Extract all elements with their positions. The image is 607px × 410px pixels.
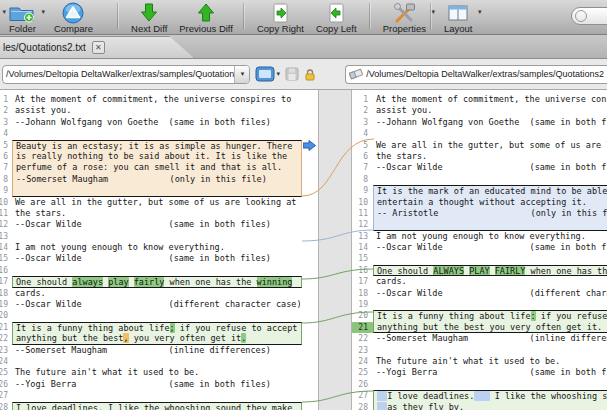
line-number: 28: [0, 402, 12, 410]
pane-bodies: 1At the moment of commitment, the univer…: [0, 89, 607, 410]
compare-icon: [62, 2, 84, 23]
compare-button[interactable]: Compare: [49, 0, 98, 34]
copy-change-right-button[interactable]: [303, 140, 316, 151]
code-line: 21It is a funny thing about life; if you…: [0, 322, 318, 333]
code-line: 20: [0, 310, 318, 321]
code-line: 22anything but the best, you very often …: [0, 333, 318, 344]
tab-bar: les/Quotations2.txt ✕: [0, 35, 607, 59]
code-line: 14--Oscar Wilde (same in both files): [352, 242, 607, 253]
code-line: 1At the moment of commitment, the univer…: [352, 94, 607, 105]
next-diff-button[interactable]: Next Diff: [126, 0, 172, 34]
layout-button[interactable]: ▾Layout: [439, 0, 478, 34]
diff-block-line: entertain a thought without accepting it…: [373, 197, 607, 208]
left-path-text: /Volumes/Deltopia DeltaWalker/extras/sam…: [3, 69, 234, 79]
center-gutter: [318, 90, 352, 410]
view-mode-button[interactable]: ▾: [255, 66, 280, 82]
view-mode-icon: [255, 66, 275, 82]
diff-block-line: It is a funny thing about life: if you r…: [373, 310, 607, 321]
code-text: [373, 128, 607, 139]
layout-icon: [447, 2, 469, 23]
line-number: 7: [352, 162, 373, 173]
tab-quotations2[interactable]: les/Quotations2.txt ✕: [0, 36, 194, 58]
code-text: assist you.: [12, 105, 302, 116]
inline-diff-highlight: play: [108, 277, 128, 287]
left-editor[interactable]: 1At the moment of commitment, the univer…: [0, 90, 318, 410]
line-number: 11: [0, 208, 12, 219]
close-icon[interactable]: ✕: [92, 41, 105, 54]
line-number: 15: [352, 253, 373, 264]
code-line: 26: [352, 379, 607, 390]
arrow-up-icon: [195, 2, 217, 23]
code-line: 17cards.: [352, 276, 607, 287]
inline-diff-highlight: always: [72, 277, 103, 287]
right-pane-header: /Volumes/Deltopia DeltaWalker/extras/sam…: [341, 65, 607, 84]
line-number: 19: [352, 299, 373, 310]
line-number: 21: [352, 322, 373, 333]
line-number: 11: [352, 208, 373, 219]
inline-diff-highlight: [377, 391, 387, 401]
caret-down-icon: ▾: [431, 8, 435, 16]
copy-left-button[interactable]: Copy Left: [311, 0, 362, 34]
line-number: 2: [0, 105, 12, 116]
line-number: 9: [0, 185, 12, 196]
line-number: 5: [0, 140, 12, 151]
code-line: 23: [352, 345, 607, 356]
code-text: cards.: [373, 276, 607, 287]
line-number: 9: [352, 185, 373, 196]
line-number: 12: [0, 219, 12, 230]
copy-right-button[interactable]: Copy Right: [252, 0, 309, 34]
diff-block-line: anything but the best you very often get…: [373, 322, 607, 333]
code-line: 15: [352, 253, 607, 264]
right-path-combo[interactable]: /Volumes/Deltopia DeltaWalker/extras/sam…: [345, 65, 607, 84]
line-number: 17: [352, 276, 373, 287]
diff-workspace: /Volumes/Deltopia DeltaWalker/extras/sam…: [0, 59, 607, 410]
code-line: 8--Somerset Maugham (only in this file): [0, 174, 318, 185]
code-text: We are all in the gutter, but some of us…: [12, 197, 302, 208]
code-line: 11the stars.: [0, 208, 318, 219]
toolbar-item-label: Folder: [9, 23, 36, 34]
code-text: [12, 128, 302, 139]
line-number: 24: [0, 356, 12, 367]
code-text: [373, 299, 607, 310]
line-number: 16: [0, 265, 12, 276]
file-button[interactable]: ▾File: [0, 0, 2, 34]
inline-diff-highlight: [377, 402, 387, 410]
code-text: the stars.: [373, 151, 607, 162]
folder-button[interactable]: ▾Folder: [4, 0, 41, 34]
code-text: [373, 253, 607, 264]
left-path-combo[interactable]: /Volumes/Deltopia DeltaWalker/extras/sam…: [2, 65, 250, 84]
arrow-down-icon: [138, 2, 160, 23]
code-text: I am not young enough to know everything…: [373, 231, 607, 242]
code-line: 3--Johann Wolfgang von Goethe (same in b…: [352, 117, 607, 128]
line-number: 25: [0, 367, 12, 378]
code-line: 25The future ain't what it used to be.: [0, 367, 318, 378]
code-text: I am not young enough to know everything…: [12, 242, 302, 253]
properties-button[interactable]: ▾Properties: [378, 0, 431, 34]
diff-block-line: It is the mark of an educated mind to be…: [373, 185, 607, 196]
right-editor[interactable]: 1At the moment of commitment, the univer…: [352, 90, 607, 410]
code-line: 2assist you.: [0, 105, 318, 116]
left-pane-header: /Volumes/Deltopia DeltaWalker/extras/sam…: [0, 65, 318, 84]
right-path-text: /Volumes/Deltopia DeltaWalker/extras/sam…: [363, 69, 607, 79]
chevron-down-icon[interactable]: ▼: [234, 66, 249, 83]
diff-block-line: [373, 219, 607, 230]
code-text: [373, 174, 607, 185]
search-field[interactable]: [571, 7, 607, 25]
code-line: 21anything but the best you very often g…: [352, 322, 607, 333]
folder-icon: [9, 2, 35, 23]
code-line: 18cards.: [0, 288, 318, 299]
line-number: 1: [0, 94, 12, 105]
toolbar-item-label: Properties: [383, 23, 426, 34]
toolbar-item-label: Copy Right: [257, 23, 304, 34]
code-line: 19: [352, 299, 607, 310]
code-text: At the moment of commitment, the univers…: [373, 94, 607, 105]
line-number: 5: [352, 140, 373, 151]
previous-diff-button[interactable]: Previous Diff: [174, 0, 238, 34]
diff-block-line: perfume of a rose: you can smell it and …: [12, 162, 302, 173]
doc-arrow-right-icon: [270, 2, 291, 23]
caret-down-icon: ▾: [478, 8, 482, 16]
code-line: 9: [0, 185, 318, 196]
lock-icon: [304, 68, 316, 81]
save-button[interactable]: [285, 67, 299, 81]
doc-arrow-left-icon: [326, 2, 347, 23]
